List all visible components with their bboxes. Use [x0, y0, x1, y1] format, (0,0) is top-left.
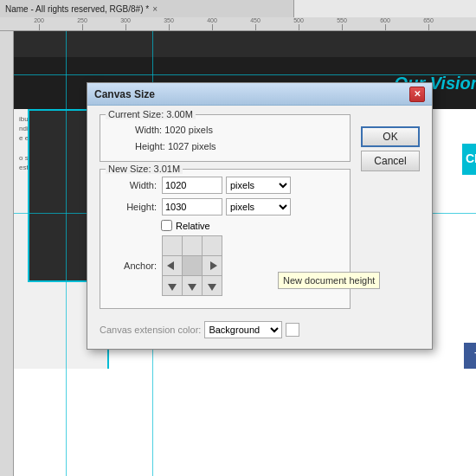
anchor-label: Anchor: — [109, 261, 157, 271]
canvas-ext-label: Canvas extension color: — [100, 325, 201, 335]
current-width-label: Width: — [135, 125, 164, 135]
dialog-close-button[interactable]: ✕ — [409, 87, 425, 102]
anchor-cell-ml[interactable] — [163, 256, 182, 275]
current-height-label: Height: — [135, 141, 168, 151]
relative-row: Relative — [161, 220, 341, 231]
anchor-grid — [162, 235, 222, 296]
new-width-row: Width: 1020 pixels percent cm — [109, 177, 341, 194]
canvas-ext-select[interactable]: Background Foreground White Black Other.… — [204, 321, 282, 338]
current-size-label: Current Size: 3.00M — [106, 109, 196, 119]
anchor-cell-tc[interactable] — [183, 236, 202, 255]
cancel-button[interactable]: Cancel — [361, 151, 420, 171]
canvas-size-dialog: Canvas Size ✕ OK Cancel Current Size: 3.… — [87, 82, 433, 350]
dialog-overlay: Canvas Size ✕ OK Cancel Current Size: 3.… — [0, 0, 476, 476]
svg-marker-3 — [188, 284, 196, 291]
new-width-label: Width: — [109, 180, 157, 190]
anchor-cell-tr[interactable] — [203, 236, 222, 255]
new-height-row: Height: 1030 pixels percent cm — [109, 198, 341, 215]
svg-marker-4 — [208, 284, 216, 291]
current-height-value: 1027 pixels — [168, 141, 216, 151]
anchor-cell-bl[interactable] — [163, 276, 182, 295]
dialog-body: OK Cancel Current Size: 3.00M Width: 102… — [87, 106, 432, 349]
anchor-cell-tl[interactable] — [163, 236, 182, 255]
current-size-info: Width: 1020 pixels Height: 1027 pixels — [109, 122, 341, 154]
anchor-cell-mr[interactable] — [203, 256, 222, 275]
anchor-cell-br[interactable] — [203, 276, 222, 295]
new-size-label: New Size: 3.01M — [106, 164, 183, 174]
new-width-input[interactable]: 1020 — [162, 177, 222, 194]
current-width-row: Width: 1020 pixels — [135, 122, 341, 138]
svg-marker-2 — [168, 284, 177, 291]
dialog-titlebar: Canvas Size ✕ — [87, 83, 432, 106]
height-unit-select[interactable]: pixels percent cm — [226, 198, 291, 215]
new-height-label: Height: — [109, 202, 157, 212]
width-unit-select[interactable]: pixels percent cm — [226, 177, 291, 194]
anchor-cell-bc[interactable] — [183, 276, 202, 295]
relative-checkbox[interactable] — [161, 220, 172, 231]
svg-marker-1 — [210, 261, 217, 270]
ok-button[interactable]: OK — [361, 126, 420, 147]
current-size-section: Current Size: 3.00M Width: 1020 pixels H… — [100, 114, 351, 162]
dialog-title: Canvas Size — [94, 88, 155, 100]
current-height-row: Height: 1027 pixels — [135, 138, 341, 155]
current-width-value: 1020 pixels — [164, 125, 213, 135]
svg-marker-0 — [167, 261, 174, 270]
canvas-extension-row: Canvas extension color: Background Foreg… — [100, 316, 420, 338]
new-height-input[interactable]: 1030 — [162, 198, 222, 215]
canvas-ext-color-preview[interactable] — [286, 323, 299, 337]
tooltip: New document height — [278, 272, 380, 289]
anchor-cell-mc[interactable] — [183, 256, 202, 275]
relative-label: Relative — [176, 221, 210, 231]
dialog-action-buttons: OK Cancel — [361, 126, 420, 171]
